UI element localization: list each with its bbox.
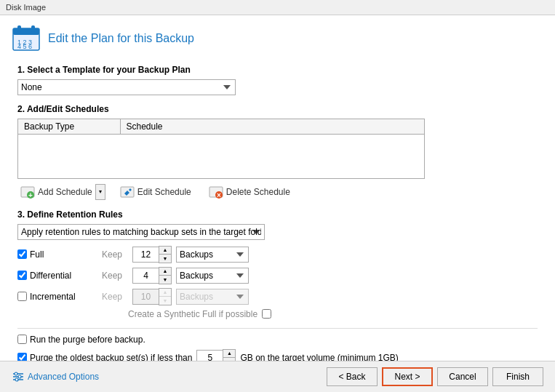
delete-schedule-button[interactable]: × Delete Schedule [206, 183, 293, 201]
advanced-options-label: Advanced Options [28, 372, 99, 382]
incremental-spinner-arrows: ▲ ▼ [159, 288, 172, 305]
synthetic-checkbox[interactable] [262, 309, 271, 319]
full-spinner-down[interactable]: ▼ [159, 255, 171, 263]
retention-row-differential: Differential Keep ▲ ▼ Backups Days Weeks [17, 267, 538, 284]
add-schedule-group: + Add Schedule ▾ [17, 183, 105, 201]
header-section: 1 2 3 4 5 6 Edit the Plan for this Backu… [0, 15, 555, 59]
add-schedule-icon: + [20, 185, 35, 199]
incremental-keep-label: Keep [102, 292, 128, 302]
title-bar-label: Disk Image [6, 3, 46, 12]
next-button[interactable]: Next > [382, 367, 433, 386]
svg-text:4 5 6: 4 5 6 [17, 43, 32, 50]
section3-title: 3. Define Retention Rules [17, 209, 538, 220]
purge-oldest-checkbox[interactable] [17, 353, 27, 361]
schedule-table-wrapper: Backup Type Schedule [17, 119, 425, 179]
full-label: Full [30, 249, 44, 260]
svg-rect-1 [13, 28, 39, 35]
run-purge-row: Run the purge before backup. [17, 335, 538, 345]
incremental-checkbox-label: Incremental [17, 292, 97, 302]
differential-backup-type-select[interactable]: Backups Days Weeks [176, 268, 249, 284]
retention-dropdown-wrap: Apply retention rules to matching backup… [17, 224, 538, 240]
col-backup-type: Backup Type [18, 119, 120, 135]
edit-schedule-label: Edit Schedule [137, 187, 191, 197]
run-purge-text: Run the purge before backup. [30, 335, 145, 345]
full-checkbox-label: Full [17, 249, 97, 260]
section1-block: 1. Select a Template for your Backup Pla… [17, 65, 538, 95]
full-checkbox[interactable] [17, 249, 27, 259]
section2-block: 2. Add/Edit Schedules Backup Type Schedu… [17, 104, 538, 201]
run-purge-label: Run the purge before backup. [17, 335, 145, 345]
purge-value-input[interactable] [196, 350, 223, 361]
full-value-input[interactable] [132, 247, 159, 263]
footer-buttons: < Back Next > Cancel Finish [327, 367, 543, 386]
differential-value-input[interactable] [132, 268, 159, 284]
full-backup-type-select[interactable]: Backups Days Weeks [176, 247, 249, 263]
differential-spinner-down[interactable]: ▼ [159, 276, 171, 284]
advanced-options-link[interactable]: Advanced Options [12, 370, 99, 383]
retention-select[interactable]: Apply retention rules to matching backup… [17, 224, 265, 240]
incremental-spinner-up[interactable]: ▲ [159, 289, 171, 297]
edit-schedule-button[interactable]: Edit Schedule [117, 183, 194, 201]
retention-row-incremental: Incremental Keep ▲ ▼ Backups [17, 288, 538, 305]
incremental-spinner-down[interactable]: ▼ [159, 297, 171, 305]
cancel-button[interactable]: Cancel [437, 367, 488, 386]
synthetic-row: Create a Synthetic Full if possible [128, 309, 538, 319]
purge-spinner-arrows: ▲ ▼ [223, 349, 236, 361]
incremental-label: Incremental [30, 292, 76, 302]
add-schedule-dropdown[interactable]: ▾ [95, 184, 105, 200]
synthetic-label: Create a Synthetic Full if possible [128, 309, 257, 319]
svg-point-17 [18, 375, 21, 378]
col-schedule: Schedule [120, 119, 424, 135]
template-select[interactable]: None Daily Weekly Monthly [17, 79, 236, 95]
delete-schedule-icon: × [209, 185, 223, 199]
full-keep-label: Keep [102, 249, 128, 260]
run-purge-checkbox[interactable] [17, 335, 27, 344]
incremental-checkbox[interactable] [17, 292, 27, 301]
svg-text:×: × [217, 191, 221, 199]
purge-spinner: ▲ ▼ [196, 349, 236, 361]
calendar-icon: 1 2 3 4 5 6 [12, 24, 41, 53]
retention-row-full: Full Keep ▲ ▼ Backups Days Weeks [17, 246, 538, 263]
add-schedule-label: Add Schedule [38, 187, 92, 197]
section1-title: 1. Select a Template for your Backup Pla… [17, 65, 538, 75]
finish-button[interactable]: Finish [492, 367, 543, 386]
full-spinner: ▲ ▼ [132, 246, 172, 263]
differential-label: Differential [30, 271, 71, 281]
purge-oldest-label: Purge the oldest backup set(s) if less t… [17, 353, 192, 361]
main-content: 1 2 3 4 5 6 Edit the Plan for this Backu… [0, 15, 555, 392]
full-spinner-up[interactable]: ▲ [159, 247, 171, 255]
svg-point-18 [15, 378, 18, 381]
advanced-options-icon [12, 370, 25, 383]
edit-schedule-icon [120, 185, 135, 199]
back-button[interactable]: < Back [327, 367, 378, 386]
divider1 [17, 328, 538, 329]
section3-block: 3. Define Retention Rules Apply retentio… [17, 209, 538, 319]
content-area: 1. Select a Template for your Backup Pla… [0, 59, 555, 361]
differential-spinner-up[interactable]: ▲ [159, 268, 171, 276]
svg-rect-3 [31, 25, 35, 32]
purge-oldest-row: Purge the oldest backup set(s) if less t… [17, 349, 538, 361]
footer: Advanced Options < Back Next > Cancel Fi… [0, 361, 555, 392]
differential-spinner-arrows: ▲ ▼ [159, 267, 172, 284]
section2-title: 2. Add/Edit Schedules [17, 104, 538, 114]
differential-keep-label: Keep [102, 271, 128, 281]
full-spinner-arrows: ▲ ▼ [159, 246, 172, 263]
schedule-table: Backup Type Schedule [18, 119, 424, 178]
svg-text:+: + [28, 191, 33, 199]
purge-oldest-text: Purge the oldest backup set(s) if less t… [30, 353, 192, 361]
delete-schedule-label: Delete Schedule [226, 187, 290, 197]
differential-checkbox[interactable] [17, 271, 27, 280]
differential-spinner: ▲ ▼ [132, 267, 172, 284]
title-bar: Disk Image [0, 0, 555, 15]
incremental-spinner: ▲ ▼ [132, 288, 172, 305]
differential-checkbox-label: Differential [17, 271, 97, 281]
incremental-backup-type-select: Backups [176, 289, 249, 305]
purge-spinner-up[interactable]: ▲ [223, 350, 235, 358]
page-title: Edit the Plan for this Backup [48, 32, 194, 45]
svg-rect-2 [17, 25, 21, 32]
svg-point-16 [15, 372, 17, 375]
incremental-value-input [132, 289, 159, 305]
add-schedule-button[interactable]: + Add Schedule [17, 183, 95, 201]
purge-unit-text: GB on the target volume (minimum 1GB) [240, 353, 398, 361]
schedule-buttons: + Add Schedule ▾ Edit Schedule [17, 183, 538, 201]
